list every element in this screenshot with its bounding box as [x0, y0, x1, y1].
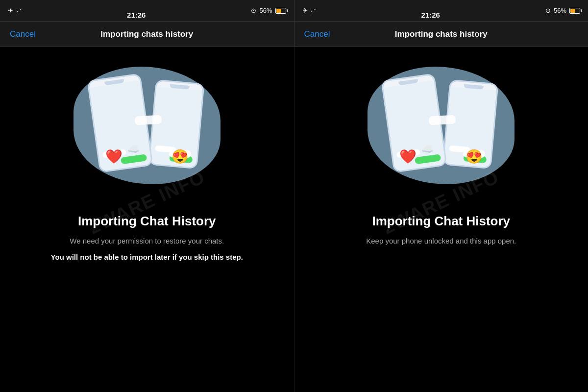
illustration-left: ❤️ ☁️ 😍 [69, 62, 225, 199]
status-right-icons-left: ⊙ 56% [251, 7, 286, 14]
status-bar-left: ✈ ⇌ 21:26 ⊙ 56% [0, 0, 294, 21]
battery-icon-left [275, 8, 286, 14]
screen-panel-left: ❤️ ☁️ 😍 Importing Chat History We need y… [0, 47, 294, 392]
nav-bar-right: Cancel Importing chats history [294, 22, 588, 47]
wifi-icon: ⇌ [16, 7, 22, 14]
status-bar-right: ✈ ⇌ 21:26 ⊙ 56% [294, 0, 588, 21]
heart-emoji-right: ❤️ [399, 148, 416, 165]
love-face-emoji-right: 😍 [466, 148, 483, 165]
battery-percent-right: 56% [554, 7, 566, 14]
location-icon: ⊙ [251, 7, 256, 14]
heart-emoji-left: ❤️ [105, 148, 122, 165]
floating-bubble-1-left [134, 115, 162, 125]
wifi-icon-right: ⇌ [311, 7, 316, 14]
status-time-right: 21:26 [421, 11, 440, 19]
love-face-emoji-left: 😍 [172, 148, 189, 165]
battery-icon-right [569, 8, 580, 14]
battery-percent-left: 56% [259, 7, 272, 14]
cloud-emoji-left: ☁️ [127, 143, 140, 155]
floating-bubble-1-right [429, 115, 456, 125]
status-left-icons: ✈ ⇌ [8, 7, 22, 14]
nav-title-left: Importing chats history [100, 29, 193, 39]
content-area: ❤️ ☁️ 😍 Importing Chat History We need y… [0, 47, 588, 392]
cancel-button-right[interactable]: Cancel [304, 29, 330, 39]
status-right-left-icons: ✈ ⇌ [302, 7, 316, 14]
screen-warning-left: You will not be able to import later if … [51, 252, 243, 263]
airplane-icon: ✈ [8, 7, 13, 14]
phones-wrapper-right: ❤️ ☁️ 😍 [372, 72, 510, 189]
nav-title-right: Importing chats history [395, 29, 488, 39]
nav-bar: Cancel Importing chats history Cancel Im… [0, 22, 588, 47]
illustration-right: ❤️ ☁️ 😍 [363, 62, 519, 199]
cancel-button-left[interactable]: Cancel [10, 29, 36, 39]
chat-bubble-sent-left [121, 154, 147, 164]
nav-bar-left: Cancel Importing chats history [0, 22, 294, 47]
status-time-left: 21:26 [127, 11, 146, 19]
screen-title-right: Importing Chat History [372, 214, 510, 229]
cloud-emoji-right: ☁️ [421, 143, 434, 155]
screen-subtitle-left: We need your permission to restore your … [70, 236, 224, 247]
phones-wrapper-left: ❤️ ☁️ 😍 [78, 72, 216, 189]
status-right-icons-right: ⊙ 56% [545, 7, 580, 14]
screen-subtitle-right: Keep your phone unlocked and this app op… [366, 236, 516, 247]
chat-bubble-sent-left-r [415, 154, 441, 164]
location-icon-right: ⊙ [545, 7, 551, 14]
screen-panel-right: ❤️ ☁️ 😍 Importing Chat History Keep your… [294, 47, 588, 392]
screen-title-left: Importing Chat History [78, 214, 216, 229]
status-bar: ✈ ⇌ 21:26 ⊙ 56% ✈ ⇌ 21:26 ⊙ 56% [0, 0, 588, 22]
airplane-icon-right: ✈ [302, 7, 308, 14]
